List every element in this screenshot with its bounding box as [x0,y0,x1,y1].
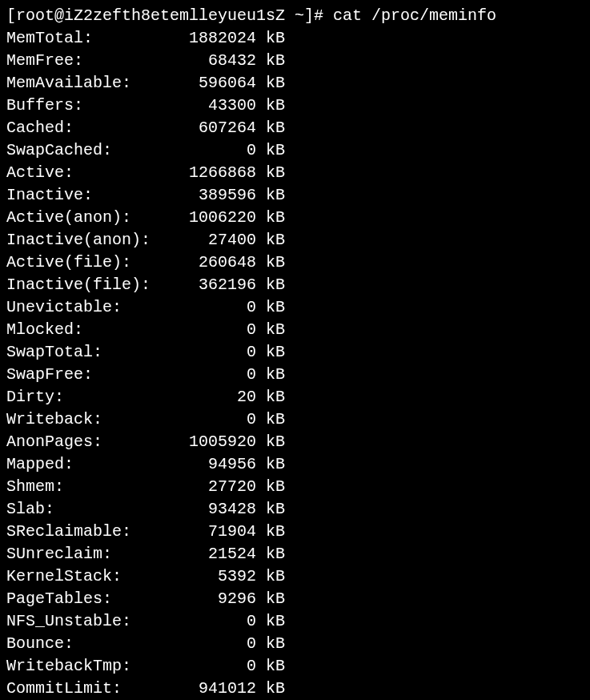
meminfo-row: Cached: 607264 kB [6,117,584,139]
meminfo-row: MemAvailable: 596064 kB [6,72,584,95]
meminfo-row: SwapFree: 0 kB [6,364,584,386]
meminfo-value: 5392 [160,565,256,588]
meminfo-label: Inactive(file): [6,274,151,296]
shell-prompt: [root@iZ2zefth8etemlleyueu1sZ ~]# cat /p… [6,5,584,27]
meminfo-unit: kB [266,364,285,386]
meminfo-row: Bounce: 0 kB [6,633,584,655]
meminfo-value: 93428 [160,498,256,521]
meminfo-label: WritebackTmp: [6,655,131,678]
meminfo-row: SwapTotal: 0 kB [6,341,584,364]
meminfo-value: 20 [160,386,256,408]
meminfo-label: Mlocked: [6,319,83,341]
meminfo-value: 43300 [160,95,256,117]
meminfo-value: 0 [160,610,256,633]
meminfo-row: CommitLimit: 941012 kB [6,678,584,700]
meminfo-unit: kB [266,296,285,319]
meminfo-value: 596064 [160,72,256,95]
meminfo-row: Active: 1266868 kB [6,162,584,184]
meminfo-value: 941012 [160,678,256,700]
meminfo-row: PageTables: 9296 kB [6,588,584,610]
meminfo-unit: kB [266,139,285,162]
meminfo-row: Inactive(file): 362196 kB [6,274,584,296]
meminfo-label: Cached: [6,117,74,139]
meminfo-unit: kB [266,476,285,498]
meminfo-value: 0 [160,364,256,386]
meminfo-unit: kB [266,95,285,117]
meminfo-row: Mapped: 94956 kB [6,453,584,476]
meminfo-unit: kB [266,319,285,341]
meminfo-label: SwapTotal: [6,341,102,364]
meminfo-unit: kB [266,207,285,229]
meminfo-unit: kB [266,521,285,543]
meminfo-value: 68432 [160,50,256,72]
meminfo-label: SReclaimable: [6,521,131,543]
meminfo-label: SwapFree: [6,364,93,386]
meminfo-unit: kB [266,431,285,453]
meminfo-unit: kB [266,408,285,431]
meminfo-value: 71904 [160,521,256,543]
meminfo-unit: kB [266,633,285,655]
meminfo-label: Active(file): [6,251,131,274]
meminfo-unit: kB [266,543,285,565]
meminfo-label: Bounce: [6,633,74,655]
meminfo-row: SwapCached: 0 kB [6,139,584,162]
meminfo-row: SReclaimable: 71904 kB [6,521,584,543]
meminfo-label: CommitLimit: [6,678,122,700]
meminfo-value: 1266868 [160,162,256,184]
meminfo-row: SUnreclaim: 21524 kB [6,543,584,565]
meminfo-row: Active(anon): 1006220 kB [6,207,584,229]
meminfo-label: PageTables: [6,588,112,610]
meminfo-unit: kB [266,565,285,588]
meminfo-label: Dirty: [6,386,64,408]
meminfo-label: Unevictable: [6,296,122,319]
meminfo-row: Shmem: 27720 kB [6,476,584,498]
meminfo-label: MemTotal: [6,27,93,50]
meminfo-unit: kB [266,72,285,95]
meminfo-value: 0 [160,139,256,162]
meminfo-label: MemFree: [6,50,83,72]
meminfo-unit: kB [266,117,285,139]
meminfo-row: MemFree: 68432 kB [6,50,584,72]
meminfo-value: 0 [160,341,256,364]
meminfo-row: AnonPages: 1005920 kB [6,431,584,453]
meminfo-value: 27400 [160,229,256,251]
meminfo-row: Writeback: 0 kB [6,408,584,431]
meminfo-row: Mlocked: 0 kB [6,319,584,341]
meminfo-value: 362196 [160,274,256,296]
meminfo-unit: kB [266,498,285,521]
meminfo-label: Inactive: [6,184,93,207]
meminfo-label: AnonPages: [6,431,102,453]
meminfo-unit: kB [266,50,285,72]
meminfo-value: 389596 [160,184,256,207]
meminfo-row: WritebackTmp: 0 kB [6,655,584,678]
meminfo-value: 27720 [160,476,256,498]
meminfo-label: SUnreclaim: [6,543,112,565]
meminfo-row: NFS_Unstable: 0 kB [6,610,584,633]
meminfo-row: MemTotal: 1882024 kB [6,27,584,50]
meminfo-label: Buffers: [6,95,83,117]
meminfo-label: Active(anon): [6,207,131,229]
meminfo-output: MemTotal: 1882024 kBMemFree: 68432 kBMem… [6,27,584,700]
meminfo-value: 260648 [160,251,256,274]
meminfo-unit: kB [266,27,285,50]
meminfo-label: Writeback: [6,408,102,431]
meminfo-label: SwapCached: [6,139,112,162]
meminfo-unit: kB [266,386,285,408]
meminfo-label: Inactive(anon): [6,229,151,251]
meminfo-value: 0 [160,655,256,678]
meminfo-label: Mapped: [6,453,74,476]
meminfo-row: Slab: 93428 kB [6,498,584,521]
meminfo-label: MemAvailable: [6,72,131,95]
meminfo-unit: kB [266,678,285,700]
meminfo-value: 607264 [160,117,256,139]
meminfo-row: Buffers: 43300 kB [6,95,584,117]
meminfo-unit: kB [266,162,285,184]
meminfo-value: 94956 [160,453,256,476]
meminfo-unit: kB [266,610,285,633]
meminfo-label: Active: [6,162,74,184]
meminfo-value: 0 [160,408,256,431]
meminfo-unit: kB [266,229,285,251]
meminfo-value: 21524 [160,543,256,565]
meminfo-unit: kB [266,274,285,296]
meminfo-row: Dirty: 20 kB [6,386,584,408]
